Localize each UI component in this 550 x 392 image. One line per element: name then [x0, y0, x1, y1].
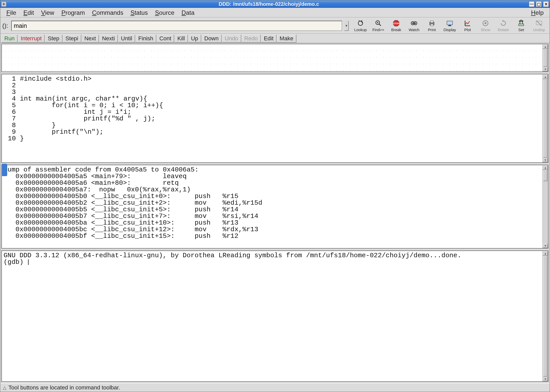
interrupt-button[interactable]: Interrupt [18, 34, 45, 43]
assembly-line[interactable]: 0x00000000004005a6 <main+80>: retq [4, 180, 541, 186]
menu-help[interactable]: Help [528, 8, 547, 17]
lookup-label: Lookup [354, 28, 367, 32]
svg-point-3 [377, 22, 378, 23]
source-line[interactable]: 1#include <stdio.h> [4, 76, 541, 82]
menu-view[interactable]: View [38, 8, 58, 17]
line-number: 3 [4, 89, 20, 95]
redo-button: Redo [241, 34, 261, 43]
assembly-line[interactable]: 0x00000000004005bf <__libc_csu_init+15>:… [4, 233, 541, 239]
menu-program[interactable]: Program [58, 8, 89, 17]
assembly-line[interactable]: 0x00000000004005b2 <__libc_csu_init+2>: … [4, 200, 541, 206]
source-line[interactable]: 6 int j = i*i; [4, 109, 541, 115]
argument-label: (): [2, 22, 9, 29]
set-label: Set [518, 28, 524, 32]
menu-commands[interactable]: Commands [89, 8, 127, 17]
argument-dropdown[interactable]: ▼ [344, 21, 349, 31]
minimize-button[interactable]: — [529, 1, 534, 7]
watch-button[interactable]: Watch [405, 19, 423, 33]
assembly-line[interactable]: 0x00000000004005bc <__libc_csu_init+12>:… [4, 226, 541, 233]
until-button[interactable]: Until [118, 34, 135, 43]
menu-data[interactable]: Data [178, 8, 198, 17]
kill-button[interactable]: Kill [174, 34, 188, 43]
source-line[interactable]: 3 [4, 89, 541, 95]
argument-field[interactable] [11, 21, 342, 31]
console-output-line: GNU DDD 3.3.12 (x86_64-redhat-linux-gnu)… [4, 252, 461, 259]
nexti-button[interactable]: Nexti [99, 34, 118, 43]
svg-rect-11 [430, 21, 434, 22]
svg-rect-13 [447, 21, 453, 25]
print-button[interactable]: Print [423, 19, 441, 33]
source-line[interactable]: 8 } [4, 122, 541, 129]
data-display-canvas[interactable] [2, 44, 542, 71]
line-code: } [20, 135, 24, 142]
break-button[interactable]: STOPBreak [388, 19, 405, 33]
assembly-line[interactable]: 0x00000000004005b5 <__libc_csu_init+5>: … [4, 206, 541, 213]
gdb-prompt: (gdb) [4, 258, 28, 266]
down-button[interactable]: Down [201, 34, 222, 43]
line-code: int main(int argc, char** argv){ [20, 95, 147, 102]
next-button[interactable]: Next [81, 34, 99, 43]
find-button[interactable]: Find>> [370, 19, 387, 33]
console-scrollbar[interactable]: ▴ ▾ [542, 251, 548, 381]
source-line[interactable]: 5 for(int i = 0; i < 10; i++){ [4, 102, 541, 109]
up-button[interactable]: Up [188, 34, 201, 43]
assembly-line[interactable]: 0x00000000004005ba <__libc_csu_init+10>:… [4, 219, 541, 226]
source-line[interactable]: 7 printf("%d " , j); [4, 115, 541, 122]
close-button[interactable]: ✕ [543, 1, 549, 7]
assembly-line[interactable]: 0x00000000004005a7: nopw 0x0(%rax,%rax,1… [4, 186, 541, 193]
argument-input[interactable] [14, 22, 340, 29]
assembly-line[interactable]: 0x00000000004005b7 <__libc_csu_init+7>: … [4, 213, 541, 219]
display-button[interactable]: Display [441, 19, 458, 33]
stepi-button[interactable]: Stepi [62, 34, 81, 43]
plot-label: Plot [464, 28, 471, 32]
data-display-panel: ▴ ▾ [1, 44, 549, 72]
run-button[interactable]: Run [1, 34, 18, 43]
assembly-line[interactable]: 0x00000000004005b0 <__libc_csu_init+0>: … [4, 193, 541, 200]
step-button[interactable]: Step [45, 34, 62, 43]
set-icon [517, 19, 525, 27]
make-button[interactable]: Make [277, 34, 296, 43]
data-display-scrollbar[interactable]: ▴ ▾ [542, 44, 548, 71]
svg-text:STOP: STOP [393, 22, 399, 25]
line-number: 10 [4, 135, 20, 142]
finish-button[interactable]: Finish [135, 34, 156, 43]
svg-rect-12 [430, 24, 434, 26]
machine-scrollbar[interactable]: ▴ ▾ [542, 165, 548, 248]
line-number: 5 [4, 102, 20, 109]
line-code: #include <stdio.h> [20, 76, 92, 82]
source-line[interactable]: 4int main(int argc, char** argv){ [4, 95, 541, 102]
source-line[interactable]: 2 [4, 82, 541, 89]
set-button[interactable]: Set [512, 19, 530, 33]
menu-source[interactable]: Source [151, 8, 178, 17]
titlebar[interactable]: ✦ DDD: /mnt/ufs18/home-022/choiyj/demo.c… [0, 0, 550, 8]
statusbar: △ Tool buttons are located in command to… [0, 383, 550, 392]
source-code[interactable]: 1#include <stdio.h>234int main(int argc,… [2, 75, 542, 162]
source-line[interactable]: 10} [4, 135, 541, 142]
assembly-line[interactable]: 0x00000000004005a5 <main+79>: leaveq [4, 173, 541, 180]
line-number: 8 [4, 122, 20, 129]
line-code: } [20, 122, 56, 129]
svg-rect-18 [519, 24, 524, 26]
gdb-console[interactable]: GNU DDD 3.3.12 (x86_64-redhat-linux-gnu)… [2, 251, 542, 381]
menu-edit[interactable]: Edit [20, 8, 38, 17]
panel-flush-handle[interactable] [2, 164, 7, 176]
display-icon [446, 19, 454, 27]
cont-button[interactable]: Cont [156, 34, 174, 43]
break-icon: STOP [392, 19, 400, 27]
show-button: Show [477, 19, 494, 33]
source-scrollbar[interactable]: ▴ ▾ [542, 75, 548, 162]
command-toolbar: RunInterruptStepStepiNextNextiUntilFinis… [0, 34, 550, 43]
maximize-button[interactable]: ▢ [536, 1, 542, 7]
svg-point-9 [415, 23, 416, 24]
show-icon [482, 19, 489, 27]
menu-file[interactable]: File [3, 8, 20, 17]
menu-status[interactable]: Status [127, 8, 151, 17]
svg-point-17 [484, 22, 486, 24]
assembly-listing[interactable]: Dump of assembler code from 0x4005a5 to … [2, 165, 542, 248]
source-line[interactable]: 9 printf("\n"); [4, 129, 541, 135]
plot-button[interactable]: Plot [459, 19, 476, 33]
status-text: Tool buttons are located in command tool… [8, 384, 120, 391]
svg-rect-14 [449, 25, 451, 26]
edit-button[interactable]: Edit [261, 34, 277, 43]
lookup-button[interactable]: Lookup [352, 19, 369, 33]
